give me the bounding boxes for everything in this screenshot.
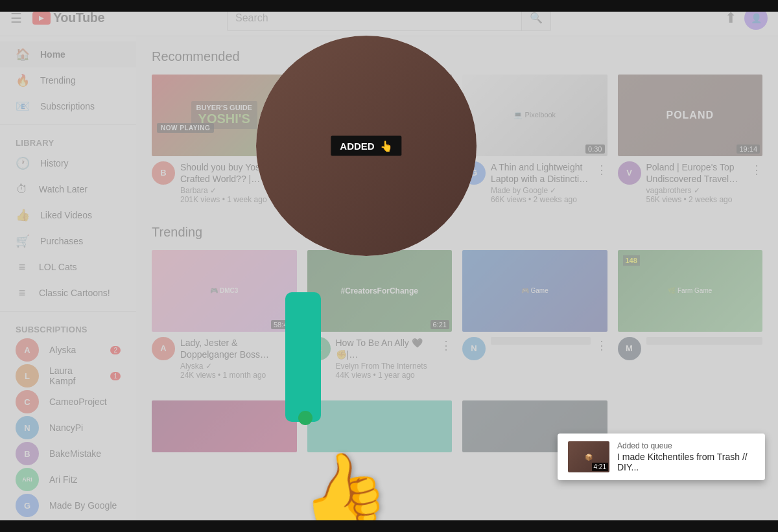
video-card-t4[interactable]: 148 🌿 Farm Game M [618, 250, 763, 380]
nancypi-avatar: N [16, 416, 39, 439]
home-icon: 🏠 [16, 47, 30, 62]
video-card-v4[interactable]: POLAND 19:14 V Poland | Europe's Top Und… [618, 75, 763, 204]
video-info-t2: E How To Be An Ally 🖤✊| #CreatorsForChan… [307, 337, 453, 380]
classic-cartoons-icon: ≡ [16, 286, 29, 300]
views-v3: 66K views [491, 195, 526, 204]
video-title-t4 [646, 337, 763, 345]
sidebar-item-watch-later[interactable]: ⏱ Watch Later [0, 176, 136, 202]
video-thumb-t2: #CreatorsForChange 6:21 [307, 250, 453, 332]
toast-title: I made Kitchentiles from Trash // DIY... [617, 452, 755, 472]
watch-later-icon: ⏱ [16, 183, 29, 196]
video-meta-t2: Evelyn From The Internets 44K views • 1 … [336, 362, 436, 380]
sidebar-label-watch-later: Watch Later [39, 184, 88, 194]
spotlight-clock-icon: 🕐 [445, 43, 469, 67]
channel-avatar-t3: N [462, 337, 486, 360]
video-duration-v3: 0:30 [585, 145, 604, 154]
video-thumb-t1: 🎮 DMC3 58:40 [152, 250, 297, 332]
video-details-t4 [646, 337, 763, 360]
sidebar-label-laura: Laura Kampf [49, 365, 100, 386]
letterbox-top [0, 0, 778, 12]
sidebar-item-cameo[interactable]: C CameoProject [0, 389, 136, 415]
video-card-b2[interactable] [307, 400, 453, 452]
video-card-v3[interactable]: 💻 Pixelbook 0:30 G A Thin and Lightweigh… [462, 75, 607, 204]
more-icon-v4[interactable]: ⋮ [751, 163, 762, 177]
toast-thumb: 📦 4:21 [568, 441, 609, 472]
video-title-t1: Lady, Jester & Doppelganger Boss Fights … [180, 337, 280, 360]
more-icon-v3[interactable]: ⋮ [596, 163, 607, 177]
video-duration-t1: 58:40 [271, 320, 294, 329]
sidebar-item-nancypi[interactable]: N NancyPi [0, 415, 136, 441]
video-title-t3 [491, 337, 591, 345]
sidebar-item-classic-cartoons[interactable]: ≡ Classic Cartoons! [0, 280, 136, 306]
video-info-v4: V Poland | Europe's Top Undiscovered Tra… [618, 161, 763, 204]
views-v4: 56K views [646, 195, 682, 204]
video-info-t4: M [618, 337, 763, 360]
video-thumb-v3: 💻 Pixelbook 0:30 [462, 75, 607, 156]
spotlight-circle: 🕐 ADDED 👆 [256, 36, 477, 256]
yt-logo-text: YouTube [53, 10, 104, 25]
menu-icon[interactable]: ☰ [10, 10, 22, 26]
google-avatar: G [16, 494, 39, 517]
upload-icon[interactable]: ⬆ [725, 10, 737, 27]
letterbox-bottom [0, 520, 778, 532]
more-icon-t3[interactable]: ⋮ [596, 338, 607, 353]
sidebar-item-trending[interactable]: 🔥 Trending [0, 67, 136, 93]
channel-name-v3: Made by Google [491, 186, 548, 195]
sidebar-item-lol-cats[interactable]: ≡ LOL Cats [0, 254, 136, 280]
more-icon-t1[interactable]: ⋮ [285, 338, 297, 353]
sidebar-item-liked-videos[interactable]: 👍 Liked Videos [0, 202, 136, 228]
video-card-t1[interactable]: 🎮 DMC3 58:40 A Lady, Jester & Doppelgang… [152, 250, 297, 380]
alyska-badge: 2 [110, 346, 121, 354]
sidebar-subscriptions-section: SUBSCRIPTIONS A Alyska 2 L Laura Kampf 1… [0, 312, 136, 524]
yt-logo-icon [32, 12, 51, 25]
youtube-logo[interactable]: YouTube [32, 10, 104, 25]
video-details-v3: A Thin and Lightweight Laptop with a Dis… [491, 161, 591, 204]
video-details-t1: Lady, Jester & Doppelganger Boss Fights … [180, 337, 280, 380]
views-t2: 44K views [336, 371, 371, 380]
trending-grid: 🎮 DMC3 58:40 A Lady, Jester & Doppelgang… [152, 250, 762, 380]
sidebar-item-bakemistake[interactable]: B BakeMistake [0, 441, 136, 467]
sidebar-label-home: Home [40, 49, 65, 60]
more-icon-t2[interactable]: ⋮ [440, 338, 452, 353]
sidebar-label-google: Made By Google [49, 500, 117, 511]
video-title-v4: Poland | Europe's Top Undiscovered Trave… [646, 161, 746, 185]
sidebar: 🏠 Home 🔥 Trending 📧 Subscriptions LIBRAR… [0, 36, 136, 532]
video-thumb-t4: 148 🌿 Farm Game [618, 250, 763, 332]
video-info-t3: N ⋮ [462, 337, 607, 360]
video-card-b1[interactable] [152, 400, 297, 452]
video-info-t1: A Lady, Jester & Doppelganger Boss Fight… [152, 337, 297, 380]
sidebar-item-purchases[interactable]: 🛒 Purchases [0, 228, 136, 254]
video-title-v3: A Thin and Lightweight Laptop with a Dis… [491, 161, 591, 185]
added-badge: ADDED 👆 [331, 136, 401, 156]
purchases-icon: 🛒 [16, 234, 30, 248]
trending-section: Trending 🎮 DMC3 58:40 A Lady, Jester & D… [152, 225, 762, 452]
channel-name-v1: Barbara [180, 186, 208, 195]
channel-name-v4: vagabrothers [646, 186, 692, 195]
video-meta-v3: Made by Google ✓ 66K views • 2 weeks ago [491, 186, 591, 204]
sidebar-item-made-by-google[interactable]: G Made By Google [0, 492, 136, 518]
sidebar-nav-section: 🏠 Home 🔥 Trending 📧 Subscriptions [0, 36, 136, 125]
sidebar-label-purchases: Purchases [40, 236, 83, 246]
toast-notification: 📦 4:21 Added to queue I made Kitchentile… [558, 434, 765, 480]
alyska-avatar: A [16, 338, 39, 362]
video-thumb-t3: 🎮 Game [462, 250, 607, 332]
video-card-t2[interactable]: #CreatorsForChange 6:21 E How To Be An A… [307, 250, 453, 380]
sidebar-item-history[interactable]: 🕐 History [0, 150, 136, 176]
sidebar-item-ari-fitz[interactable]: ARI Ari Fitz [0, 467, 136, 492]
toast-text: Added to queue I made Kitchentiles from … [617, 441, 755, 472]
sidebar-item-subscriptions[interactable]: 📧 Subscriptions [0, 93, 136, 119]
video-details-t3 [491, 337, 591, 360]
video-card-t3[interactable]: 🎮 Game N ⋮ [462, 250, 607, 380]
video-duration-v4: 19:14 [737, 145, 760, 154]
video-duration-t2: 6:21 [430, 320, 449, 329]
sidebar-item-alyska[interactable]: A Alyska 2 [0, 337, 136, 363]
history-icon: 🕐 [16, 156, 30, 170]
cameo-avatar: C [16, 390, 39, 413]
sidebar-label-history: History [40, 158, 69, 168]
liked-icon: 👍 [16, 208, 30, 222]
subscriptions-label: SUBSCRIPTIONS [0, 317, 136, 337]
sidebar-item-laura-kampf[interactable]: L Laura Kampf 1 [0, 363, 136, 389]
video-thumb-v4: POLAND 19:14 [618, 75, 763, 156]
age-t1: 1 month ago [223, 371, 266, 380]
sidebar-item-home[interactable]: 🏠 Home [0, 41, 136, 67]
